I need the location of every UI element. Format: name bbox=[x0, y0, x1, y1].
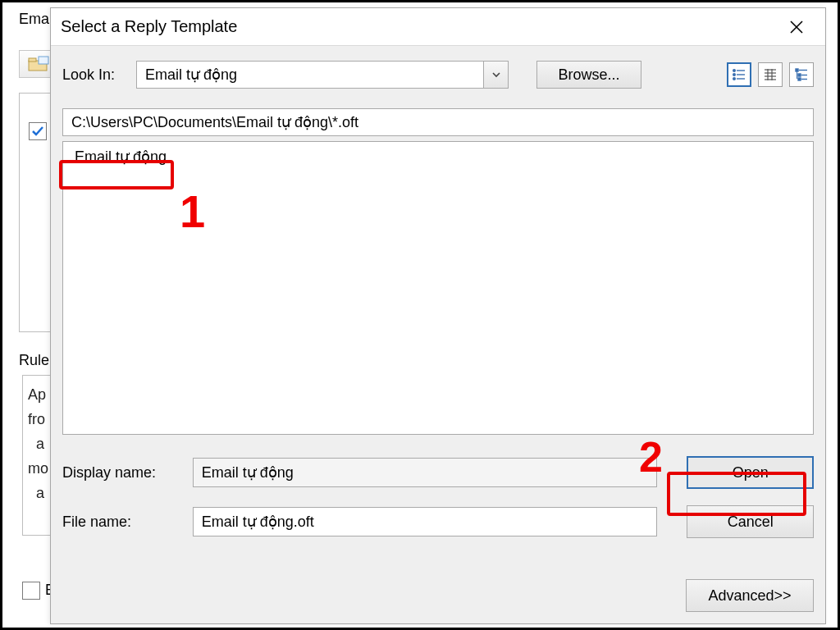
display-name-label: Display name: bbox=[62, 464, 181, 482]
view-list-button[interactable] bbox=[727, 62, 751, 87]
file-list[interactable]: Email tự động bbox=[62, 141, 814, 435]
combo-dropdown-button[interactable] bbox=[483, 62, 508, 88]
file-name-field[interactable]: Email tự động.oft bbox=[193, 507, 658, 536]
browse-label: Browse... bbox=[558, 66, 619, 84]
display-name-field: Email tự động bbox=[193, 458, 658, 487]
svg-point-9 bbox=[733, 78, 736, 80]
select-template-dialog: Select a Reply Template Look In: Email t… bbox=[50, 7, 826, 624]
tree-view-icon bbox=[793, 66, 810, 83]
dialog-title: Select a Reply Template bbox=[61, 17, 237, 36]
list-view-icon bbox=[731, 66, 747, 83]
path-text: C:\Users\PC\Documents\Email tự động\*.of… bbox=[71, 113, 358, 131]
bg-rule-checkbox[interactable] bbox=[29, 122, 47, 140]
bg-title-fragment: Emai bbox=[19, 11, 52, 28]
svg-rect-19 bbox=[798, 74, 801, 76]
path-display: C:\Users\PC\Documents\Email tự động\*.of… bbox=[62, 108, 814, 136]
svg-rect-1 bbox=[29, 58, 36, 62]
bg-enable-checkbox[interactable] bbox=[22, 582, 40, 600]
file-item[interactable]: Email tự động bbox=[68, 145, 173, 168]
cancel-button[interactable]: Cancel bbox=[687, 505, 814, 538]
look-in-label: Look In: bbox=[62, 66, 128, 84]
details-view-icon bbox=[762, 66, 778, 83]
display-name-value: Email tự động bbox=[202, 463, 294, 482]
advanced-button[interactable]: Advanced>> bbox=[686, 579, 814, 612]
chevron-down-icon bbox=[491, 70, 501, 80]
view-tree-button[interactable] bbox=[789, 62, 814, 87]
file-name-value: Email tự động.oft bbox=[202, 513, 314, 531]
view-details-button[interactable] bbox=[758, 62, 783, 87]
folder-icon bbox=[28, 56, 49, 72]
svg-point-7 bbox=[733, 74, 736, 76]
open-label: Open bbox=[733, 464, 769, 482]
svg-rect-2 bbox=[39, 57, 48, 64]
svg-point-5 bbox=[733, 70, 736, 72]
close-icon bbox=[789, 20, 804, 34]
open-button[interactable]: Open bbox=[687, 456, 814, 489]
svg-rect-17 bbox=[796, 69, 798, 71]
file-name-label: File name: bbox=[62, 514, 181, 531]
bg-rule-label: Rule bbox=[19, 352, 49, 369]
look-in-value: Email tự động bbox=[137, 66, 483, 84]
svg-rect-21 bbox=[798, 78, 801, 80]
titlebar: Select a Reply Template bbox=[51, 8, 825, 46]
cancel-label: Cancel bbox=[728, 514, 774, 531]
browse-button[interactable]: Browse... bbox=[536, 61, 641, 89]
close-button[interactable] bbox=[778, 8, 815, 46]
checkmark-icon bbox=[30, 124, 45, 139]
look-in-combo[interactable]: Email tự động bbox=[136, 61, 509, 89]
advanced-label: Advanced>> bbox=[708, 587, 791, 605]
